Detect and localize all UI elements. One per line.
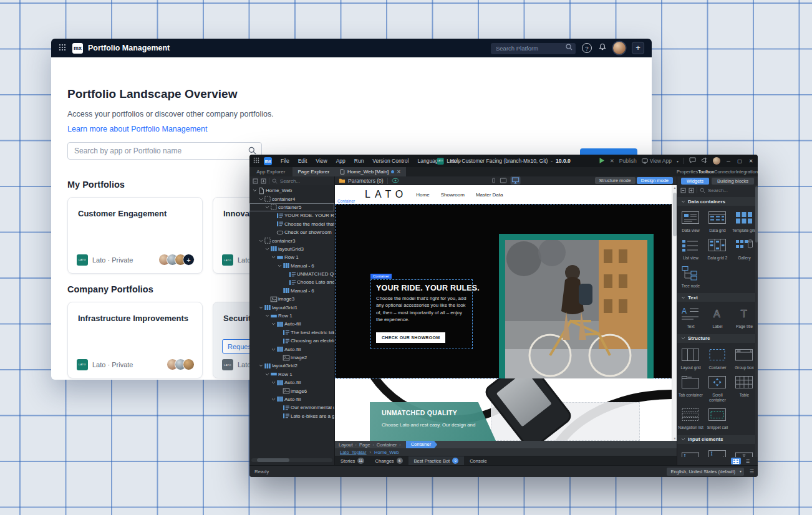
list-view-toggle[interactable]: ☰ [743, 458, 753, 464]
expand-all-icon[interactable] [689, 188, 694, 193]
chevron-down-icon[interactable] [271, 347, 276, 352]
nav-showroom[interactable]: Showroom [441, 192, 465, 198]
building-blocks-toggle-button[interactable]: Building blocks [712, 178, 754, 185]
stop-icon[interactable]: ✕ [610, 158, 614, 164]
widget-container[interactable]: Container [704, 344, 731, 372]
parameters-label[interactable]: Parameters (0) [348, 178, 384, 184]
breadcrumb-container[interactable]: Container [377, 442, 397, 448]
tree-node-choosing-an-electric-bike-shou[interactable]: Choosing an electric bike shou [249, 337, 334, 345]
menu-run[interactable]: Run [350, 158, 368, 164]
dock-console[interactable]: Console [464, 456, 493, 465]
announcement-icon[interactable] [701, 157, 708, 165]
canvas-scrollbar[interactable]: ▲ ▼ [672, 185, 677, 441]
tree-node-container5[interactable]: container5 [249, 203, 334, 211]
hero-photo[interactable] [499, 234, 654, 388]
mx-logo[interactable]: mx [72, 43, 83, 54]
chevron-down-icon[interactable] [265, 314, 270, 318]
widget-tree-node[interactable]: Tree node [677, 262, 704, 290]
run-button[interactable] [599, 157, 605, 165]
menu-view[interactable]: View [312, 158, 331, 164]
tree-node-container4[interactable]: container4 [249, 195, 334, 203]
view-app-button[interactable]: View App [642, 158, 672, 164]
tree-node-home-web[interactable]: Home_Web [249, 186, 334, 195]
tree-node-row-1[interactable]: Row 1 [249, 370, 334, 378]
toolbox-category-data-containers[interactable]: Data containers [677, 197, 758, 206]
widget-data-grid[interactable]: Data grid [704, 207, 731, 234]
widgets-toggle-button[interactable]: Widgets [681, 178, 709, 185]
path-layout-link[interactable]: Lato_TopBar [340, 450, 367, 455]
widget-snippet-call[interactable]: Snippet call [704, 404, 731, 431]
tree-node-image2[interactable]: image2 [249, 354, 334, 362]
nav-master-data[interactable]: Master Data [476, 192, 503, 198]
publish-button[interactable]: Publish [619, 158, 637, 164]
widget-group-box[interactable]: Group box [731, 344, 758, 372]
tree-node-image3[interactable]: image3 [249, 295, 334, 303]
menu-file[interactable]: File [277, 158, 293, 164]
toolbox-category-text[interactable]: Text [677, 293, 758, 302]
tree-node-your-ride-your-rules[interactable]: YOUR RIDE. YOUR RULES. [249, 211, 334, 219]
desktop-preview-icon[interactable] [511, 176, 521, 185]
toolbox-category-structure[interactable]: Structure [677, 334, 758, 343]
unmatched-quality-panel[interactable]: UNMATCHED QUALITY Choose Lato and rest e… [370, 402, 496, 441]
tree-horizontal-scrollbar[interactable] [251, 458, 332, 462]
tree-node-the-best-electric-bikes[interactable]: The best electric bikes [249, 329, 334, 337]
chevron-down-icon[interactable] [253, 188, 258, 193]
design-mode-button[interactable]: Design mode [637, 177, 673, 184]
structure-mode-button[interactable]: Structure mode [595, 177, 636, 184]
chevron-down-icon[interactable] [259, 197, 264, 201]
hero-paragraph[interactable]: Choose the model that's right for you, a… [376, 295, 467, 323]
menu-version-control[interactable]: Version Control [369, 158, 412, 164]
tab-integration[interactable]: Integration [736, 169, 758, 175]
chevron-down-icon[interactable] [271, 397, 276, 402]
portfolio-card-infrastructure-improvements[interactable]: Infrastructure ImprovementsLATOLato · Pr… [67, 302, 203, 378]
tree-node-layoutgrid2[interactable]: layoutGrid2 [249, 362, 334, 370]
widget-template-grid[interactable]: Template grid [731, 207, 758, 234]
widget-text[interactable]: AText [677, 303, 704, 330]
breadcrumb-page[interactable]: Page [359, 442, 370, 448]
user-avatar[interactable] [713, 157, 720, 165]
widget-tab-container[interactable]: Tab container [677, 372, 704, 404]
toolbox-search-input[interactable]: Search... [708, 188, 728, 193]
chevron-down-icon[interactable] [271, 322, 276, 326]
document-tab[interactable]: Home_Web [Main] ✕ [335, 167, 406, 176]
tree-node-row-1[interactable]: Row 1 [249, 253, 334, 261]
chevron-down-icon[interactable] [265, 372, 270, 377]
platform-search-input[interactable] [491, 43, 576, 54]
chevron-down-icon[interactable] [265, 205, 270, 209]
expand-all-icon[interactable] [261, 178, 266, 184]
view-app-dropdown-icon[interactable]: ▾ [677, 159, 679, 163]
chevron-down-icon[interactable] [271, 255, 276, 259]
tree-node-auto-fill[interactable]: Auto-fill [249, 395, 334, 403]
tree-node-layoutgrid3[interactable]: layoutGrid3 [249, 245, 334, 253]
widget-scroll-container[interactable]: Scroll container [704, 372, 731, 404]
tree-node-auto-fill[interactable]: Auto-fill [249, 320, 334, 328]
path-page-link[interactable]: Home_Web [374, 450, 399, 455]
tab-connector[interactable]: Connector [714, 169, 736, 175]
menu-edit[interactable]: Edit [294, 158, 311, 164]
learn-more-link[interactable]: Learn more about Portfolio Management [67, 125, 207, 133]
tree-node-container3[interactable]: container3 [249, 236, 334, 244]
chevron-down-icon[interactable] [259, 306, 264, 310]
tab-toolbox[interactable]: Toolbox [698, 169, 714, 175]
chevron-down-icon[interactable] [265, 247, 270, 251]
tree-node-manual-6[interactable]: Manual - 6 [249, 287, 334, 295]
tree-node-layoutgrid1[interactable]: layoutGrid1 [249, 303, 334, 311]
hero-text-container[interactable]: Container YOUR RIDE. YOUR RULES. Choose … [370, 279, 473, 349]
dock-best-practice-bot[interactable]: Best Practice Bot9 [408, 456, 465, 465]
tablet-preview-icon[interactable] [500, 177, 507, 184]
widget-page-title[interactable]: TPage title [731, 303, 758, 330]
app-switcher-icon[interactable] [59, 42, 66, 54]
tree-node-our-environmental-commitme[interactable]: Our environmental commitme [249, 403, 334, 412]
add-member-button[interactable]: + [183, 254, 195, 266]
widget-gallery[interactable]: Gallery [731, 234, 758, 262]
widget-layout-grid[interactable]: Layout grid [677, 344, 704, 372]
widget-navigation-list[interactable]: Navigation list [677, 404, 704, 431]
widget-list-view[interactable]: List view [677, 234, 704, 262]
dock-stories[interactable]: Stories11 [335, 456, 370, 465]
tab-app-explorer[interactable]: App Explorer [249, 167, 292, 176]
feedback-chat-icon[interactable] [689, 157, 696, 165]
breadcrumb-active-container[interactable]: Container [406, 441, 438, 448]
tab-properties[interactable]: Properties [677, 169, 698, 175]
member-avatar[interactable] [183, 359, 195, 370]
chevron-down-icon[interactable] [259, 239, 264, 243]
